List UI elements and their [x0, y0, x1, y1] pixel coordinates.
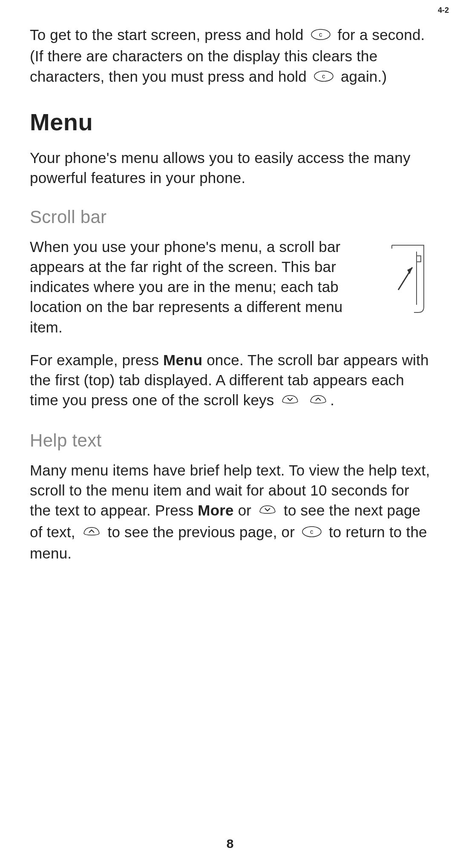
- scrollbar-p2-a: For example, press: [30, 352, 163, 368]
- scroll-up-key-icon: [309, 390, 328, 410]
- c-key-icon: c: [313, 67, 334, 87]
- scrollbar-paragraph-1: When you use your phone's menu, a scroll…: [30, 237, 375, 337]
- scroll-down-key-icon: [258, 501, 277, 521]
- scroll-up-key-icon: [82, 522, 101, 542]
- svg-text:c: c: [319, 31, 322, 38]
- helptext-paragraph: Many menu items have brief help text. To…: [30, 460, 430, 564]
- helptext-p1-b: or: [234, 502, 256, 519]
- intro-text-3: again.): [341, 68, 387, 85]
- svg-text:c: c: [310, 528, 313, 535]
- menu-heading: Menu: [30, 108, 430, 136]
- bold-more: More: [198, 502, 233, 519]
- svg-text:c: c: [322, 72, 325, 80]
- intro-paragraph: To get to the start screen, press and ho…: [30, 25, 430, 88]
- svg-rect-5: [417, 256, 421, 262]
- helptext-p1-d: to see the previous page, or: [108, 524, 299, 540]
- scrollbar-heading: Scroll bar: [30, 207, 430, 227]
- scrollbar-p2-c: .: [330, 392, 334, 408]
- scrollbar-figure: 4-2: [383, 241, 430, 319]
- c-key-icon: c: [310, 25, 331, 45]
- scrollbar-block: 4-2 When you use your phone's menu, a sc…: [30, 237, 430, 350]
- menu-paragraph: Your phone's menu allows you to easily a…: [30, 148, 430, 188]
- intro-text-1: To get to the start screen, press and ho…: [30, 26, 308, 43]
- bold-menu: Menu: [163, 352, 202, 368]
- c-key-icon: c: [302, 522, 322, 542]
- document-page: To get to the start screen, press and ho…: [0, 0, 460, 868]
- scroll-down-key-icon: [281, 390, 299, 410]
- figure-label-text: 4-2: [438, 6, 449, 15]
- scrollbar-paragraph-2: For example, press Menu once. The scroll…: [30, 350, 430, 412]
- helptext-heading: Help text: [30, 430, 430, 451]
- page-number: 8: [0, 836, 460, 851]
